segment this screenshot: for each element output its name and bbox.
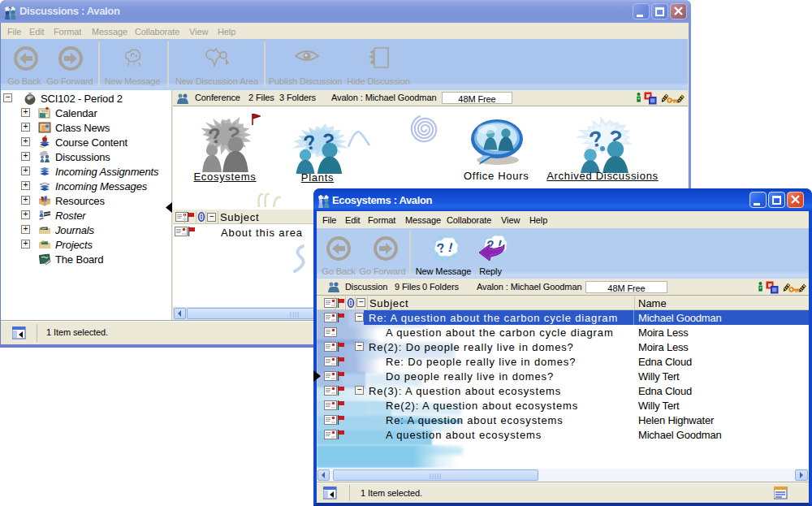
svg-text:?: ? bbox=[8, 6, 11, 12]
svg-text:?: ? bbox=[322, 195, 325, 201]
